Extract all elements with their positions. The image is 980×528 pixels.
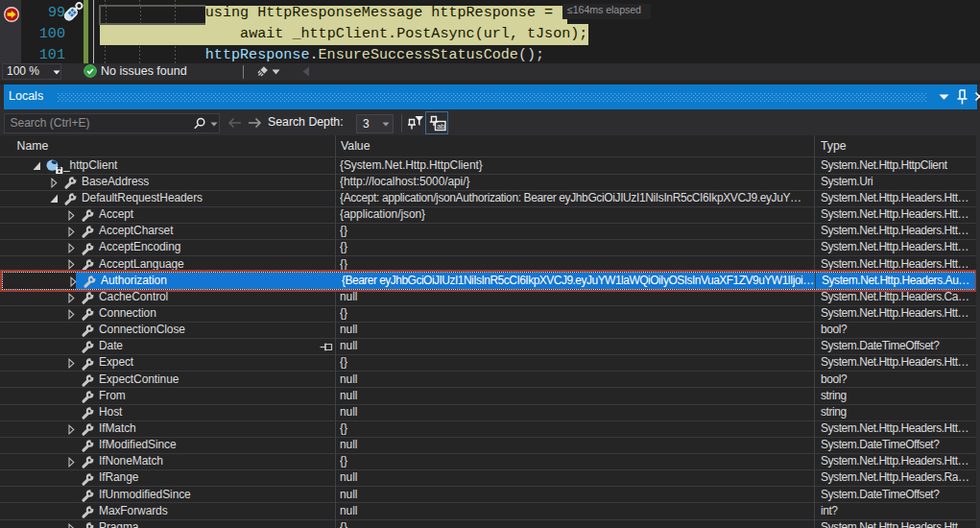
- svg-text:ab: ab: [437, 121, 444, 130]
